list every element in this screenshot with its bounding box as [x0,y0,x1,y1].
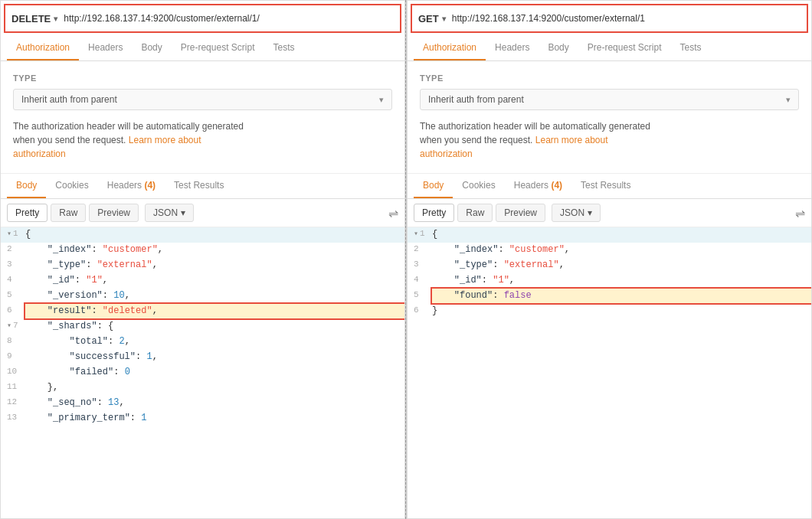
left-resp-tab-cookies[interactable]: Cookies [46,174,97,198]
right-line-4: 4 "_id": "1", [408,273,811,289]
right-auth-desc-2: when you send the request. [420,135,532,145]
left-btn-preview[interactable]: Preview [89,204,139,222]
right-json-select[interactable]: JSON ▾ [552,204,601,222]
right-auth-select[interactable]: Inherit auth from parent ▾ [420,89,799,110]
left-line-12: 12 "_seq_no": 13, [1,396,404,411]
right-btn-raw[interactable]: Raw [457,204,493,222]
left-line-2: 2 "_index": "customer", [1,243,404,258]
left-wrap-icon[interactable]: ⇌ [388,206,398,220]
right-url-bar: GET ▾ http://192.168.137.14:9200/custome… [411,4,808,33]
left-learn-more-text: Learn more about [129,135,201,145]
left-type-label: TYPE [13,73,392,83]
left-auth-desc-2: when you send the request. [13,135,126,145]
left-btn-raw[interactable]: Raw [51,204,86,222]
left-tab-authorization[interactable]: Authorization [7,36,79,60]
left-url-bar: DELETE ▾ http://192.168.137.14:9200/cust… [4,4,401,33]
right-method-chevron: ▾ [442,15,446,23]
left-line-10: 10 "failed": 0 [1,365,404,380]
right-tab-authorization[interactable]: Authorization [414,36,486,60]
right-auth-section: TYPE Inherit auth from parent ▾ The auth… [408,61,811,174]
right-code-area[interactable]: ▾ 1 { 2 "_index": "customer", 3 "_type":… [408,227,811,518]
right-btn-preview[interactable]: Preview [496,204,545,222]
left-resp-tab-headers[interactable]: Headers (4) [98,174,165,198]
left-panel: DELETE ▾ http://192.168.137.14:9200/cust… [0,0,405,519]
right-json-label: JSON [560,207,584,218]
left-auth-section: TYPE Inherit auth from parent ▾ The auth… [1,61,404,174]
right-select-chevron: ▾ [786,95,791,105]
left-auth-desc-1: The authorization header will be automat… [13,121,244,132]
left-method-chevron: ▾ [54,15,57,23]
left-json-chevron: ▾ [181,207,185,218]
left-btn-pretty[interactable]: Pretty [7,204,47,222]
left-response-tabs: Body Cookies Headers (4) Test Results [1,174,404,199]
right-line-3: 3 "_type": "external", [408,258,811,273]
left-resp-tab-body[interactable]: Body [7,174,46,198]
left-url-text[interactable]: http://192.168.137.14:9200/customer/exte… [64,13,394,24]
left-authorization-link: authorization [13,149,66,159]
left-tab-prerequest[interactable]: Pre-request Script [172,36,264,60]
right-json-chevron: ▾ [588,207,592,218]
right-url-text[interactable]: http://192.168.137.14:9200/customer/exte… [452,13,801,24]
left-auth-description: The authorization header will be automat… [13,119,392,161]
panels-container: DELETE ▾ http://192.168.137.14:9200/cust… [0,0,812,519]
right-line-6: 6 } [408,304,811,319]
right-tab-body[interactable]: Body [539,36,578,60]
left-tab-tests[interactable]: Tests [264,36,303,60]
right-panel: GET ▾ http://192.168.137.14:9200/custome… [407,0,812,519]
left-line-6: 6 "result": "deleted", [1,304,404,319]
right-tab-prerequest[interactable]: Pre-request Script [578,36,671,60]
right-line-5: 5 "found": false [408,289,811,304]
left-tab-headers[interactable]: Headers [79,36,132,60]
left-json-select[interactable]: JSON ▾ [145,204,194,222]
left-tab-body[interactable]: Body [132,36,171,60]
left-line-3: 3 "_type": "external", [1,258,404,273]
right-resp-tab-headers[interactable]: Headers (4) [505,174,571,198]
right-resp-tab-body[interactable]: Body [414,174,453,198]
left-code-area[interactable]: ▾ 1 { 2 "_index": "customer", 3 "_type":… [1,227,404,518]
right-response-tabs: Body Cookies Headers (4) Test Results [408,174,811,199]
left-line-4: 4 "_id": "1", [1,273,404,289]
right-auth-description: The authorization header will be automat… [420,119,799,161]
right-btn-pretty[interactable]: Pretty [414,204,454,222]
right-learn-more-text: Learn more about [535,135,608,145]
right-method[interactable]: GET ▾ [418,13,446,24]
left-tabs-bar: Authorization Headers Body Pre-request S… [1,36,404,61]
right-resp-tab-test-results[interactable]: Test Results [571,174,640,198]
right-format-bar: Pretty Raw Preview JSON ▾ ⇌ [408,199,811,227]
right-line-2: 2 "_index": "customer", [408,243,811,258]
left-line-1: ▾ 1 { [1,227,404,243]
right-tabs-bar: Authorization Headers Body Pre-request S… [408,36,811,61]
left-line-11: 11 }, [1,380,404,396]
left-select-value: Inherit auth from parent [21,94,117,105]
left-json-label: JSON [153,207,178,218]
right-type-label: TYPE [420,73,799,83]
left-line-13: 13 "_primary_term": 1 [1,411,404,426]
right-method-text: GET [418,13,439,24]
left-resp-tab-test-results[interactable]: Test Results [165,174,233,198]
right-authorization-link: authorization [420,149,473,159]
left-method-text: DELETE [11,13,51,24]
left-method[interactable]: DELETE ▾ [11,13,57,24]
right-tab-headers[interactable]: Headers [486,36,539,60]
left-auth-select[interactable]: Inherit auth from parent ▾ [13,89,392,110]
right-line-1: ▾ 1 { [408,227,811,243]
left-line-9: 9 "successful": 1, [1,350,404,365]
left-format-bar: Pretty Raw Preview JSON ▾ ⇌ [1,199,404,227]
left-line-5: 5 "_version": 10, [1,289,404,304]
left-line-8: 8 "total": 2, [1,335,404,350]
right-resp-tab-cookies[interactable]: Cookies [453,174,504,198]
right-tab-tests[interactable]: Tests [670,36,710,60]
right-auth-desc-1: The authorization header will be automat… [420,121,650,132]
left-select-chevron: ▾ [379,95,384,105]
right-wrap-icon[interactable]: ⇌ [795,206,805,220]
left-line-7: ▾ 7 "_shards": { [1,319,404,335]
right-select-value: Inherit auth from parent [428,94,524,105]
